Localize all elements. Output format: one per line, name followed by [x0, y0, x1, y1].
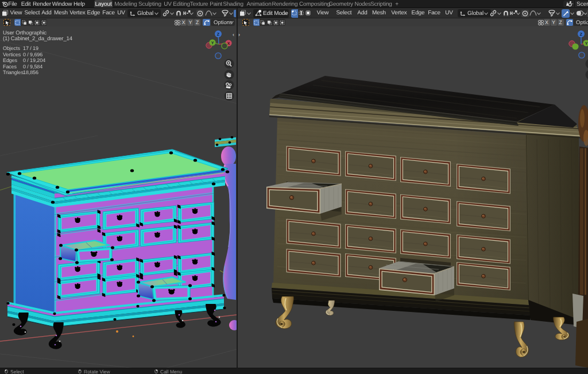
- svg-text:Y: Y: [585, 42, 588, 46]
- svg-text:›: ›: [238, 32, 240, 37]
- svg-text:Z: Z: [580, 33, 583, 37]
- svg-text:Z: Z: [217, 33, 220, 37]
- svg-text:Y: Y: [211, 41, 214, 45]
- svg-text:‹: ‹: [233, 32, 234, 37]
